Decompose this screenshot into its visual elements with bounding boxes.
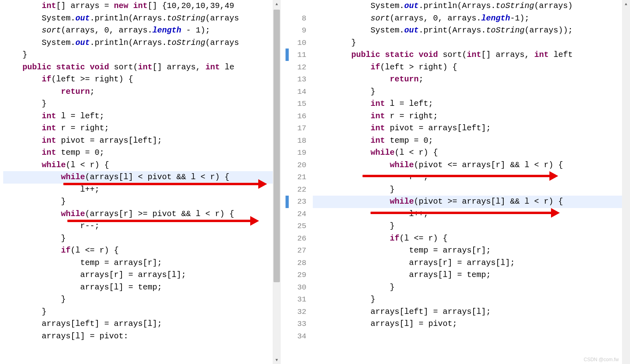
code-line[interactable]: }	[313, 220, 630, 233]
line-number: 16	[286, 110, 306, 123]
line-number: 14	[286, 86, 306, 98]
code-line[interactable]: int l = left;	[3, 110, 281, 123]
code-line[interactable]: int temp = 0;	[3, 147, 281, 159]
code-line[interactable]: arrays[l] = temp;	[3, 281, 281, 294]
line-number: 9	[286, 24, 306, 37]
code-line[interactable]: public static void sort(int[] arrays, in…	[3, 61, 281, 74]
code-line[interactable]: if(l <= r) {	[3, 245, 281, 257]
watermark: CSDN @com.fw	[583, 357, 619, 362]
code-line[interactable]: arrays[l] = pivot:	[3, 330, 281, 343]
code-line[interactable]: }	[3, 196, 281, 208]
code-line[interactable]: if(l <= r) {	[313, 233, 630, 245]
line-number: 30	[286, 281, 306, 294]
line-number: 29	[286, 269, 306, 281]
line-number: 20	[286, 159, 306, 172]
code-line[interactable]: int pivot = arrays[left];	[313, 122, 630, 135]
line-number: 28	[286, 257, 306, 269]
code-line[interactable]: arrays[r] = arrays[l];	[3, 269, 281, 281]
code-line[interactable]: int l = left;	[313, 98, 630, 110]
line-number: 18	[286, 135, 306, 147]
left-scrollbar[interactable]: ▲ ▼	[273, 0, 281, 364]
line-number: 27	[286, 245, 306, 257]
line-number: 22	[286, 184, 306, 196]
right-code-pane[interactable]: System.out.println(Arrays.toString(array…	[310, 0, 630, 364]
code-line[interactable]: int r = right;	[313, 110, 630, 123]
code-line[interactable]: }	[3, 293, 281, 306]
scroll-up-icon[interactable]: ▲	[273, 0, 281, 8]
code-line[interactable]: arrays[l] = temp;	[313, 269, 630, 281]
code-line[interactable]: System.out.println(Arrays.toString(array…	[3, 37, 281, 49]
code-line[interactable]: System.out.println(Arrays.toString(array…	[3, 12, 281, 25]
code-line[interactable]: arrays[l] = pivot;	[313, 318, 630, 330]
code-line[interactable]: System.out.print(Arrays.toString(arrays)…	[313, 24, 630, 37]
left-code-area[interactable]: int[] arrays = new int[] {10,20,10,39,49…	[0, 0, 281, 342]
line-number: 11	[286, 49, 306, 61]
right-code-area[interactable]: System.out.println(Arrays.toString(array…	[310, 0, 630, 342]
code-line[interactable]: }	[313, 184, 630, 196]
scroll-up-icon[interactable]: ▲	[622, 0, 630, 8]
code-line[interactable]: }	[313, 281, 630, 294]
code-line[interactable]	[313, 330, 630, 343]
code-line[interactable]: arrays[r] = arrays[l];	[313, 257, 630, 269]
line-number: 17	[286, 122, 306, 135]
code-line[interactable]: temp = arrays[r];	[313, 245, 630, 257]
line-number: 8	[286, 12, 306, 25]
line-gutter: 8910111213141516171819202122232425262728…	[286, 0, 310, 364]
line-number: 34	[286, 330, 306, 343]
code-line[interactable]: arrays[left] = arrays[l];	[3, 318, 281, 330]
code-line[interactable]: while(arrays[r] >= pivot && l < r) {	[3, 208, 281, 220]
line-number: 33	[286, 318, 306, 330]
code-line[interactable]: if(left > right) {	[313, 61, 630, 74]
code-line[interactable]: }	[313, 86, 630, 98]
code-line[interactable]: while(pivot >= arrays[l] && l < r) {	[313, 196, 630, 208]
scrollbar-thumb[interactable]	[273, 10, 280, 282]
code-line[interactable]: temp = arrays[r];	[3, 257, 281, 269]
line-number: 12	[286, 61, 306, 74]
line-number: 24	[286, 208, 306, 220]
code-line[interactable]: int r = right;	[3, 122, 281, 135]
code-line[interactable]: int[] arrays = new int[] {10,20,10,39,49	[3, 0, 281, 12]
line-number: 21	[286, 171, 306, 184]
code-line[interactable]: }	[3, 306, 281, 318]
code-line[interactable]: public static void sort(int[] arrays, in…	[313, 49, 630, 61]
code-line[interactable]: l++;	[3, 184, 281, 196]
code-line[interactable]: sort(arrays, 0, arrays.length-1);	[313, 12, 630, 25]
code-line[interactable]: System.out.println(Arrays.toString(array…	[313, 0, 630, 12]
line-number: 31	[286, 293, 306, 306]
line-number: 23	[286, 196, 306, 208]
code-line[interactable]: arrays[left] = arrays[l];	[313, 306, 630, 318]
line-number: 13	[286, 73, 306, 86]
annotation-arrow	[67, 220, 252, 222]
left-code-pane[interactable]: int[] arrays = new int[] {10,20,10,39,49…	[0, 0, 281, 364]
code-line[interactable]: r--;	[313, 171, 630, 184]
code-line[interactable]: if(left >= right) {	[3, 73, 281, 86]
code-line[interactable]: }	[3, 98, 281, 110]
annotation-arrow	[363, 175, 551, 177]
code-line[interactable]: while(l < r) {	[313, 147, 630, 159]
line-number: 10	[286, 37, 306, 49]
line-number: 19	[286, 147, 306, 159]
line-number: 26	[286, 233, 306, 245]
code-line[interactable]: }	[313, 293, 630, 306]
code-line[interactable]: sort(arrays, 0, arrays.length - 1);	[3, 24, 281, 37]
code-line[interactable]: int pivot = arrays[left];	[3, 135, 281, 147]
code-line[interactable]: int temp = 0;	[313, 135, 630, 147]
code-line[interactable]: while(pivot <= arrays[r] && l < r) {	[313, 159, 630, 172]
scroll-down-icon[interactable]: ▼	[273, 356, 281, 364]
line-number	[286, 0, 306, 12]
annotation-arrow	[63, 183, 260, 185]
annotation-arrow	[371, 212, 553, 214]
code-line[interactable]: }	[3, 233, 281, 245]
code-line[interactable]: while(arrays[l] < pivot && l < r) {	[3, 171, 281, 184]
diff-container: int[] arrays = new int[] {10,20,10,39,49…	[0, 0, 630, 364]
line-number: 15	[286, 98, 306, 110]
code-line[interactable]: return;	[313, 73, 630, 86]
code-line[interactable]: }	[3, 49, 281, 61]
line-number: 32	[286, 306, 306, 318]
pane-divider[interactable]	[281, 0, 286, 364]
code-line[interactable]: }	[313, 37, 630, 49]
code-line[interactable]: return;	[3, 86, 281, 98]
code-line[interactable]: while(l < r) {	[3, 159, 281, 172]
right-scrollbar[interactable]: ▲	[622, 0, 630, 364]
line-number: 25	[286, 220, 306, 233]
